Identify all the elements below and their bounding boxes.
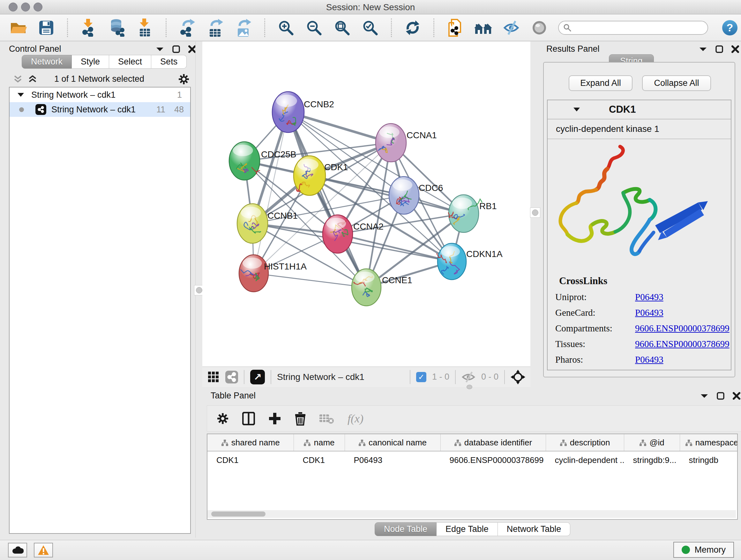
column-header-canonical-name[interactable]: canonical name	[345, 434, 441, 451]
column-header-name[interactable]: name	[293, 434, 345, 451]
results-panel: Results Panel String Expand All Collapse…	[539, 42, 741, 387]
node-CCNA2[interactable]: CCNA2	[323, 215, 384, 253]
crosslink-value-link[interactable]: P06493	[635, 292, 664, 302]
right-splitter-handle[interactable]	[530, 207, 540, 218]
panel-float-icon[interactable]	[717, 392, 724, 400]
network-share-icon[interactable]	[225, 371, 238, 383]
export-network-button[interactable]	[178, 18, 197, 38]
edge-CCNB2-HIST1H1A[interactable]	[254, 112, 288, 273]
panel-close-icon[interactable]	[733, 392, 740, 400]
tree-expand-icon[interactable]	[17, 92, 24, 98]
add-column-icon[interactable]	[268, 412, 281, 425]
crosslink-row: GeneCard:P06493	[548, 307, 731, 318]
tab-network[interactable]: Network	[22, 55, 72, 69]
column-header-description[interactable]: description	[546, 434, 624, 451]
node-CDK1[interactable]: CDK1	[293, 156, 348, 195]
table-row[interactable]: CDK1CDK1P064939606.ENSP00000378699cyclin…	[207, 451, 738, 469]
edge-CDK1-RB1[interactable]	[310, 176, 464, 213]
open-session-button[interactable]	[9, 18, 27, 38]
node-CDC6[interactable]: CDC6	[389, 177, 443, 214]
gene-collapse-icon[interactable]	[573, 107, 580, 112]
selected-checkbox-icon[interactable]: ✓	[416, 372, 426, 382]
tab-sets[interactable]: Sets	[151, 55, 187, 69]
crosslink-value-link[interactable]: 9606.ENSP00000378699	[635, 323, 730, 334]
delete-column-trash-icon[interactable]	[294, 412, 306, 426]
import-table-button[interactable]	[136, 18, 154, 38]
export-image-button[interactable]	[234, 18, 253, 38]
table-settings-gear-icon[interactable]	[217, 413, 229, 425]
edge-CCNA1-HIST1H1A[interactable]	[254, 143, 391, 273]
table-cell[interactable]: P06493	[345, 451, 441, 469]
collapse-all-button[interactable]: Collapse All	[642, 75, 711, 91]
help-button[interactable]: ?	[722, 20, 738, 36]
node-CDC25B[interactable]: CDC25B	[229, 142, 296, 180]
import-network-file-button[interactable]	[79, 18, 98, 38]
memory-button[interactable]: Memory	[673, 542, 734, 558]
zoom-fit-button[interactable]	[333, 18, 351, 38]
warning-status-button[interactable]	[34, 543, 53, 557]
network-options-gear-icon[interactable]	[178, 73, 190, 85]
export-table-button[interactable]	[206, 18, 225, 38]
zoom-selected-icon	[362, 20, 378, 36]
node-CCNA1[interactable]: CCNA1	[376, 124, 437, 162]
table-hscrollbar-handle[interactable]	[211, 511, 266, 516]
table-tabs: Node TableEdge TableNetwork Table	[375, 522, 570, 536]
cloud-status-button[interactable]	[8, 543, 27, 557]
table-cell[interactable]: CDK1	[293, 451, 345, 469]
zoom-in-button[interactable]	[277, 18, 295, 38]
save-session-button[interactable]	[37, 18, 56, 38]
node-RB1[interactable]: RB1	[448, 195, 496, 233]
column-header-shared-name[interactable]: shared name	[207, 434, 293, 451]
column-header-database-identifier[interactable]: database identifier	[441, 434, 546, 451]
node-table[interactable]: shared namenamecanonical namedatabase id…	[207, 434, 738, 520]
network-graph[interactable]: CCNB2CCNA1CDC25BCDK1CDC6RB1CCNB1CCNA2CDK…	[202, 42, 530, 367]
table-cell[interactable]: 9606.ENSP00000378699	[441, 451, 546, 469]
panel-float-icon[interactable]	[172, 45, 180, 53]
grid-view-icon[interactable]	[207, 371, 219, 383]
node-label-HIST1H1A: HIST1H1A	[264, 261, 307, 271]
first-neighbors-button[interactable]	[446, 18, 464, 38]
fit-selected-crosshair-icon[interactable]	[511, 370, 525, 384]
edge-CCNE1-HIST1H1A[interactable]	[254, 273, 366, 287]
panel-menu-icon[interactable]	[699, 46, 707, 52]
table-cell[interactable]: CDK1	[207, 451, 293, 469]
expand-all-button[interactable]: Expand All	[569, 75, 632, 91]
search-input[interactable]	[575, 22, 697, 33]
panel-close-icon[interactable]	[731, 45, 739, 53]
horizontal-splitter-handle[interactable]	[465, 385, 474, 389]
hide-selected-button[interactable]	[502, 18, 521, 38]
tab-node-table[interactable]: Node Table	[375, 522, 436, 536]
tab-edge-table[interactable]: Edge Table	[436, 522, 498, 536]
show-all-button[interactable]	[474, 18, 492, 38]
table-cell[interactable]: stringdb:9...	[624, 451, 680, 469]
panel-float-icon[interactable]	[716, 45, 723, 53]
panel-menu-icon[interactable]	[700, 393, 709, 399]
tab-style[interactable]: Style	[72, 55, 109, 69]
node-HIST1H1A[interactable]: HIST1H1A	[239, 255, 307, 292]
column-header-id[interactable]: @id	[624, 434, 680, 451]
table-cell[interactable]: cyclin-dependent ...	[546, 451, 624, 469]
network-canvas[interactable]: CCNB2CCNA1CDC25BCDK1CDC6RB1CCNB1CCNA2CDK…	[202, 42, 530, 367]
show-columns-icon[interactable]	[242, 412, 255, 425]
crosslink-value-link[interactable]: 9606.ENSP00000378699	[635, 339, 730, 349]
network-group-row[interactable]: String Network – cdk1 1	[10, 87, 190, 102]
tab-network-table[interactable]: Network Table	[498, 522, 570, 536]
column-header-namespace[interactable]: namespace	[680, 434, 738, 451]
network-row[interactable]: String Network – cdk1 11 48	[10, 102, 190, 117]
tab-select[interactable]: Select	[109, 55, 151, 69]
panel-menu-icon[interactable]	[156, 46, 164, 52]
show-hidden-button[interactable]	[530, 18, 549, 38]
table-hscrollbar-track[interactable]	[207, 510, 736, 518]
panel-close-icon[interactable]	[188, 45, 196, 53]
zoom-out-button[interactable]	[305, 18, 323, 38]
birds-eye-view-button[interactable]: ↗	[250, 370, 265, 384]
zoom-selected-button[interactable]	[361, 18, 380, 38]
node-CDKN1A[interactable]: CDKN1A	[436, 243, 502, 280]
table-cell[interactable]: stringdb	[680, 451, 738, 469]
refresh-layout-button[interactable]	[403, 18, 422, 38]
edge-CCNB2-CCNE1[interactable]	[288, 112, 366, 287]
crosslink-value-link[interactable]: P06493	[635, 307, 664, 318]
crosslink-value-link[interactable]: P06493	[635, 354, 664, 365]
gene-header[interactable]: CDK1	[548, 100, 731, 119]
import-network-database-button[interactable]	[108, 18, 126, 38]
